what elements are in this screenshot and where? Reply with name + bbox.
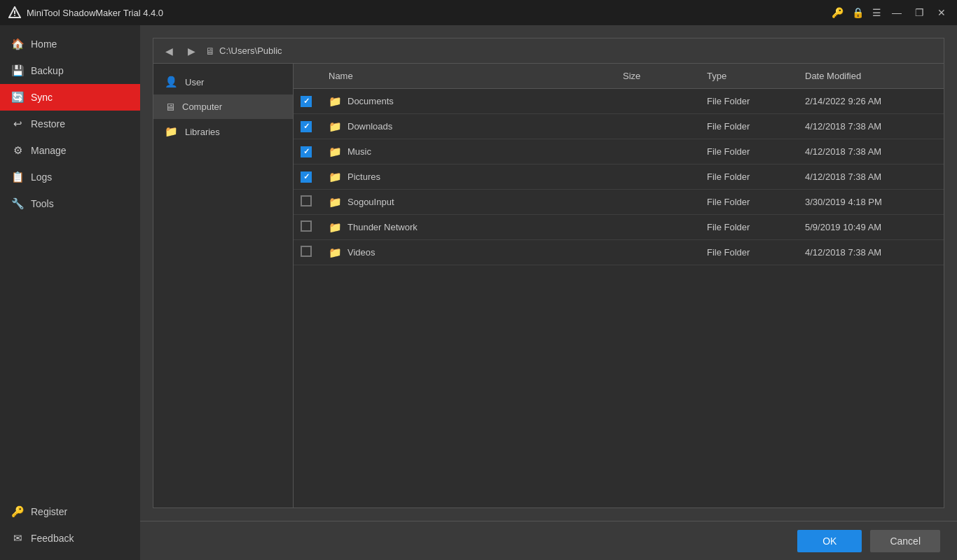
- folder-icon-thundernet: 📁: [329, 221, 342, 234]
- sidebar-item-feedback[interactable]: ✉ Feedback: [0, 525, 140, 552]
- row-date-videos: 4/12/2018 7:38 AM: [801, 247, 941, 258]
- close-button[interactable]: ✕: [935, 6, 949, 20]
- row-checkbox-documents[interactable]: [296, 95, 324, 107]
- sidebar-label-register: Register: [31, 506, 67, 517]
- checkbox-downloads[interactable]: [301, 121, 312, 132]
- row-checkbox-thundernet[interactable]: [296, 220, 324, 234]
- table-row[interactable]: 📁 Documents File Folder 2/14/2022 9:26 A…: [294, 89, 944, 114]
- tree-label-user: User: [185, 77, 204, 88]
- title-bar: MiniTool ShadowMaker Trial 4.4.0 🔑 🔒 ☰ —…: [0, 0, 957, 25]
- sidebar-item-tools[interactable]: 🔧 Tools: [0, 190, 140, 217]
- tree-label-computer: Computer: [182, 102, 222, 112]
- forward-button[interactable]: ▶: [183, 43, 200, 59]
- menu-icon[interactable]: ☰: [872, 7, 881, 18]
- row-checkbox-music[interactable]: [296, 146, 324, 158]
- folder-icon-videos: 📁: [329, 246, 342, 259]
- sidebar-bottom: 🔑 Register ✉ Feedback: [0, 498, 140, 560]
- tree-pane: 👤 User 🖥 Computer 📁 Libraries: [153, 64, 294, 507]
- logs-icon: 📋: [11, 171, 24, 183]
- row-name-sogouin: 📁 SogouInput: [324, 196, 619, 209]
- manage-icon: ⚙: [11, 144, 24, 157]
- row-type-downloads: File Folder: [703, 121, 801, 132]
- current-path: C:\Users\Public: [219, 46, 282, 56]
- sidebar: 🏠 Home 💾 Backup 🔄 Sync ↩ Restore ⚙ Manag…: [0, 25, 140, 560]
- sidebar-item-home[interactable]: 🏠 Home: [0, 31, 140, 57]
- sidebar-item-backup[interactable]: 💾 Backup: [0, 57, 140, 84]
- tools-icon: 🔧: [11, 197, 24, 210]
- row-date-thundernet: 5/9/2019 10:49 AM: [801, 222, 941, 232]
- sidebar-label-tools: Tools: [31, 198, 54, 209]
- path-display: 🖥 C:\Users\Public: [205, 46, 282, 57]
- computer-icon: 🖥: [205, 46, 215, 57]
- app-logo: [8, 6, 21, 19]
- table-row[interactable]: 📁 SogouInput File Folder 3/30/2019 4:18 …: [294, 190, 944, 215]
- table-row[interactable]: 📁 Videos File Folder 4/12/2018 7:38 AM: [294, 240, 944, 265]
- dialog-footer: OK Cancel: [140, 521, 957, 560]
- ok-button[interactable]: OK: [797, 530, 862, 552]
- folder-icon-music: 📁: [329, 146, 342, 158]
- row-name-music: 📁 Music: [324, 146, 619, 158]
- panel-body: 👤 User 🖥 Computer 📁 Libraries Name Size …: [153, 64, 944, 507]
- checkbox-videos[interactable]: [301, 246, 312, 257]
- row-type-pictures: File Folder: [703, 172, 801, 182]
- checkbox-pictures[interactable]: [301, 172, 312, 183]
- sidebar-item-sync[interactable]: 🔄 Sync: [0, 84, 140, 111]
- th-type: Type: [703, 71, 801, 81]
- folder-icon-downloads: 📁: [329, 120, 342, 133]
- folder-icon-pictures: 📁: [329, 171, 342, 183]
- sidebar-label-restore: Restore: [31, 118, 65, 130]
- checkbox-sogouin[interactable]: [301, 195, 312, 206]
- tree-label-libraries: Libraries: [185, 127, 220, 137]
- tree-item-computer[interactable]: 🖥 Computer: [153, 94, 293, 119]
- restore-button[interactable]: ❐: [912, 6, 926, 20]
- lock-icon[interactable]: 🔒: [852, 7, 864, 18]
- th-size: Size: [619, 71, 703, 81]
- row-name-thundernet: 📁 Thunder Network: [324, 221, 619, 234]
- backup-icon: 💾: [11, 64, 24, 77]
- register-icon: 🔑: [11, 505, 24, 518]
- minimize-button[interactable]: —: [890, 6, 904, 20]
- key-icon[interactable]: 🔑: [832, 7, 844, 18]
- checkbox-music[interactable]: [301, 146, 312, 158]
- table-body: 📁 Documents File Folder 2/14/2022 9:26 A…: [294, 89, 944, 507]
- libraries-tree-icon: 📁: [165, 125, 178, 138]
- row-date-sogouin: 3/30/2019 4:18 PM: [801, 197, 941, 207]
- table-row[interactable]: 📁 Downloads File Folder 4/12/2018 7:38 A…: [294, 114, 944, 139]
- table-row[interactable]: 📁 Music File Folder 4/12/2018 7:38 AM: [294, 139, 944, 164]
- table-header: Name Size Type Date Modified: [294, 64, 944, 89]
- restore-icon: ↩: [11, 118, 24, 130]
- tree-item-libraries[interactable]: 📁 Libraries: [153, 119, 293, 144]
- nav-bar: ◀ ▶ 🖥 C:\Users\Public: [153, 38, 944, 64]
- row-checkbox-downloads[interactable]: [296, 120, 324, 132]
- folder-icon-documents: 📁: [329, 95, 342, 108]
- sidebar-item-manage[interactable]: ⚙ Manage: [0, 137, 140, 164]
- folder-icon-sogouin: 📁: [329, 196, 342, 209]
- tree-item-user[interactable]: 👤 User: [153, 69, 293, 94]
- sync-icon: 🔄: [11, 91, 24, 104]
- content-area: ◀ ▶ 🖥 C:\Users\Public 👤 User 🖥 Computer …: [140, 25, 957, 560]
- table-row[interactable]: 📁 Thunder Network File Folder 5/9/2019 1…: [294, 215, 944, 240]
- checkbox-thundernet[interactable]: [301, 220, 312, 232]
- checkbox-documents[interactable]: [301, 96, 312, 107]
- row-type-sogouin: File Folder: [703, 197, 801, 207]
- row-date-documents: 2/14/2022 9:26 AM: [801, 96, 941, 106]
- table-row[interactable]: 📁 Pictures File Folder 4/12/2018 7:38 AM: [294, 164, 944, 190]
- sidebar-item-restore[interactable]: ↩ Restore: [0, 111, 140, 137]
- row-name-documents: 📁 Documents: [324, 95, 619, 108]
- sidebar-label-sync: Sync: [31, 92, 53, 103]
- svg-point-2: [14, 15, 15, 16]
- row-date-downloads: 4/12/2018 7:38 AM: [801, 121, 941, 132]
- sidebar-item-register[interactable]: 🔑 Register: [0, 498, 140, 525]
- row-checkbox-sogouin[interactable]: [296, 195, 324, 209]
- cancel-button[interactable]: Cancel: [870, 530, 940, 552]
- row-type-videos: File Folder: [703, 247, 801, 258]
- row-checkbox-videos[interactable]: [296, 246, 324, 259]
- back-button[interactable]: ◀: [160, 43, 177, 59]
- row-type-thundernet: File Folder: [703, 222, 801, 232]
- app-body: 🏠 Home 💾 Backup 🔄 Sync ↩ Restore ⚙ Manag…: [0, 25, 957, 560]
- row-checkbox-pictures[interactable]: [296, 171, 324, 183]
- row-name-videos: 📁 Videos: [324, 246, 619, 259]
- row-name-downloads: 📁 Downloads: [324, 120, 619, 133]
- sidebar-item-logs[interactable]: 📋 Logs: [0, 164, 140, 190]
- sidebar-label-logs: Logs: [31, 172, 52, 183]
